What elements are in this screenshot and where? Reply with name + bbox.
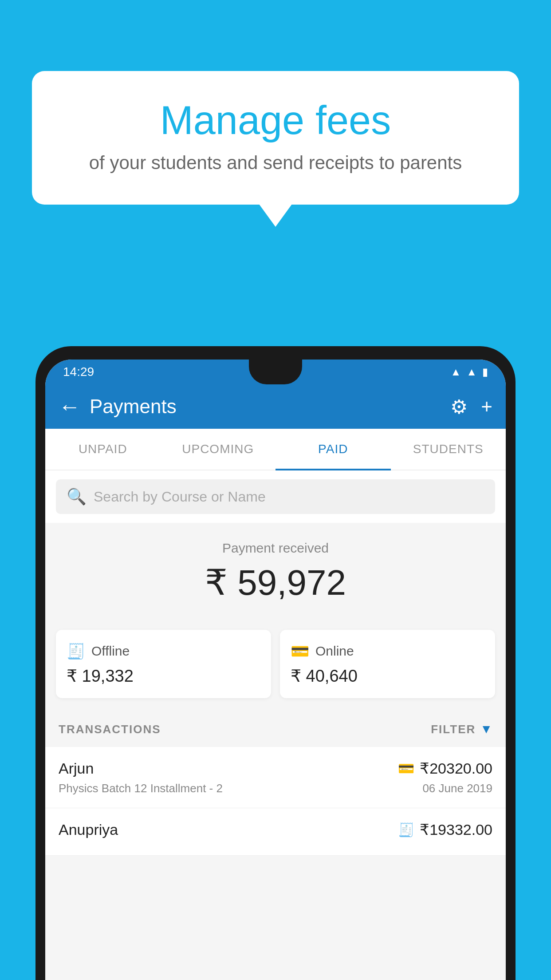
settings-button[interactable]: ⚙ xyxy=(450,395,468,418)
status-bar: 14:29 ▲ ▲ ▮ xyxy=(45,360,506,384)
tabs-container: UNPAID UPCOMING PAID STUDENTS xyxy=(45,429,506,470)
transaction-row-bottom: Physics Batch 12 Installment - 2 06 June… xyxy=(59,782,492,795)
payment-summary: Payment received ₹ 59,972 xyxy=(45,523,506,630)
online-card: 💳 Online ₹ 40,640 xyxy=(280,630,495,698)
search-box[interactable]: 🔍 Search by Course or Name xyxy=(56,479,495,514)
notch xyxy=(249,360,302,384)
transaction-item[interactable]: Arjun 💳 ₹20320.00 Physics Batch 12 Insta… xyxy=(45,747,506,808)
page-title: Payments xyxy=(90,395,177,418)
add-button[interactable]: + xyxy=(481,395,492,418)
offline-card-header: 🧾 Offline xyxy=(67,642,260,660)
speech-bubble: Manage fees of your students and send re… xyxy=(32,71,519,205)
back-button[interactable]: ← xyxy=(59,394,81,419)
transaction-row-top: Anupriya 🧾 ₹19332.00 xyxy=(59,821,492,838)
filter-label: FILTER xyxy=(431,723,476,736)
payment-cards: 🧾 Offline ₹ 19,332 💳 Online ₹ 40,640 xyxy=(45,630,506,711)
offline-card: 🧾 Offline ₹ 19,332 xyxy=(56,630,271,698)
search-icon: 🔍 xyxy=(67,487,87,506)
online-amount: ₹ 40,640 xyxy=(291,666,484,686)
offline-amount: ₹ 19,332 xyxy=(67,666,260,686)
transaction-date: 06 June 2019 xyxy=(422,782,492,795)
signal-icon: ▲ xyxy=(466,366,477,378)
search-container: 🔍 Search by Course or Name xyxy=(45,470,506,523)
online-icon: 💳 xyxy=(291,642,309,660)
search-input[interactable]: Search by Course or Name xyxy=(94,489,266,505)
transaction-amount-container: 💳 ₹20320.00 xyxy=(398,759,492,777)
filter-icon: ▼ xyxy=(480,722,492,736)
transaction-name: Anupriya xyxy=(59,821,118,838)
bubble-title: Manage fees xyxy=(59,98,492,143)
payment-received-label: Payment received xyxy=(59,541,492,556)
bubble-subtitle: of your students and send receipts to pa… xyxy=(59,152,492,174)
tab-paid[interactable]: PAID xyxy=(276,429,391,470)
filter-button[interactable]: FILTER ▼ xyxy=(431,722,492,736)
transaction-amount: ₹19332.00 xyxy=(420,821,492,838)
tab-upcoming[interactable]: UPCOMING xyxy=(161,429,276,470)
offline-icon: 🧾 xyxy=(67,642,85,660)
phone-frame: 14:29 ▲ ▲ ▮ ← Payments ⚙ + UNPAID UPCOMI… xyxy=(35,346,516,980)
battery-icon: ▮ xyxy=(482,366,488,378)
app-bar-actions: ⚙ + xyxy=(450,395,492,418)
status-icons: ▲ ▲ ▮ xyxy=(450,366,488,378)
online-card-header: 💳 Online xyxy=(291,642,484,660)
transaction-name: Arjun xyxy=(59,760,94,777)
transaction-item[interactable]: Anupriya 🧾 ₹19332.00 xyxy=(45,808,506,856)
offline-type-label: Offline xyxy=(91,644,130,659)
tab-unpaid[interactable]: UNPAID xyxy=(45,429,161,470)
transactions-header: TRANSACTIONS FILTER ▼ xyxy=(45,711,506,747)
transaction-type-icon: 🧾 xyxy=(398,822,414,838)
app-bar-left: ← Payments xyxy=(59,394,177,419)
transaction-course: Physics Batch 12 Installment - 2 xyxy=(59,782,223,795)
transaction-amount-container: 🧾 ₹19332.00 xyxy=(398,821,492,838)
wifi-icon: ▲ xyxy=(450,366,461,378)
transactions-label: TRANSACTIONS xyxy=(59,723,161,736)
app-bar: ← Payments ⚙ + xyxy=(45,384,506,429)
tab-students[interactable]: STUDENTS xyxy=(391,429,506,470)
online-type-label: Online xyxy=(315,644,354,659)
transaction-row-top: Arjun 💳 ₹20320.00 xyxy=(59,759,492,777)
transaction-type-icon: 💳 xyxy=(398,761,414,776)
payment-total-amount: ₹ 59,972 xyxy=(59,562,492,603)
status-time: 14:29 xyxy=(63,365,94,379)
transaction-amount: ₹20320.00 xyxy=(420,759,492,777)
phone-screen: 14:29 ▲ ▲ ▮ ← Payments ⚙ + UNPAID UPCOMI… xyxy=(45,360,506,980)
